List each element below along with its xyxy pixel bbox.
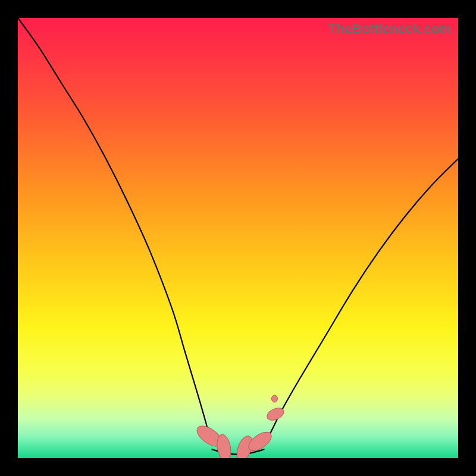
marker-sausage bbox=[271, 395, 277, 402]
left-curve bbox=[18, 18, 212, 445]
curve-layer bbox=[18, 18, 458, 458]
watermark-text: TheBottleneck.com bbox=[328, 21, 451, 37]
plot-area: TheBottleneck.com bbox=[18, 18, 458, 458]
outer-frame: TheBottleneck.com bbox=[0, 0, 476, 476]
right-curve bbox=[264, 159, 458, 445]
